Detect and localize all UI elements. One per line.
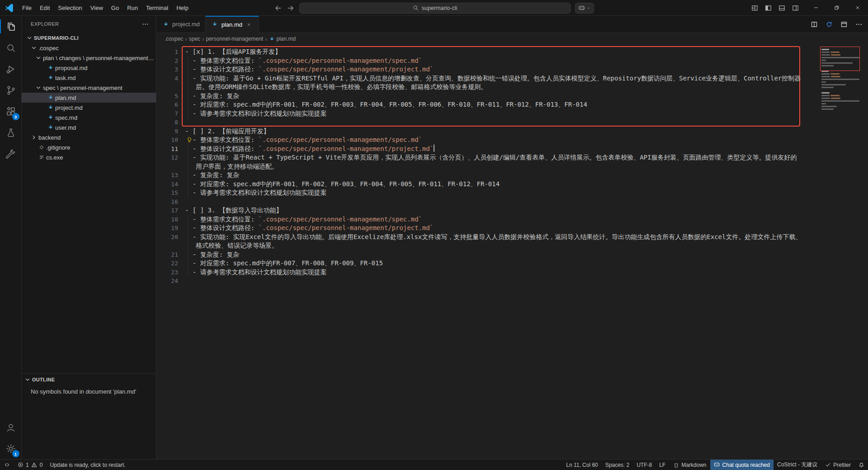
activity-explorer[interactable]: [0, 16, 22, 37]
editor-pane[interactable]: 1- [x] 1. 【后端API服务开发】2 - 整体需求文档位置: `.cos…: [156, 45, 868, 459]
menu-selection[interactable]: Selection: [54, 0, 86, 15]
editor-line-24[interactable]: 24: [156, 277, 820, 286]
menu-help[interactable]: Help: [172, 0, 193, 15]
tree-item-user-md[interactable]: user.md: [22, 122, 156, 132]
tree-item-spec-md[interactable]: spec.md: [22, 113, 156, 122]
chat-quota[interactable]: Chat quota reached: [710, 460, 774, 470]
editor-line-17[interactable]: 17- [ ] 3. 【数据导入导出功能】: [156, 206, 820, 215]
editor-line-20[interactable]: 20 - 实现功能: 实现Excel文件的导入导出功能。后端使用Excelize…: [156, 233, 820, 250]
menu-file[interactable]: File: [18, 0, 36, 15]
outline-header[interactable]: OUTLINE: [22, 374, 156, 385]
line-number: 21: [156, 250, 178, 259]
editor-line-2[interactable]: 2 - 整体需求文档位置: `.cospec/spec/personnel-ma…: [156, 56, 820, 66]
editor-line-22[interactable]: 22 - 对应需求: spec.md中的FR-007、FR-008、FR-009…: [156, 259, 820, 268]
language-mode[interactable]: { }Markdown: [669, 460, 710, 470]
tree-item-cospec[interactable]: .cospec: [22, 43, 156, 53]
history-forward-icon[interactable]: [287, 4, 295, 12]
editor-line-21[interactable]: 21 - 复杂度: 复杂: [156, 250, 820, 259]
copilot-menu-button[interactable]: [575, 3, 594, 14]
command-center-search[interactable]: supermario-cli: [299, 3, 571, 14]
code-area[interactable]: 1- [x] 1. 【后端API服务开发】2 - 整体需求文档位置: `.cos…: [156, 45, 820, 459]
scrollbar-track[interactable]: [862, 45, 868, 459]
toggle-panel-button-icon[interactable]: [776, 2, 788, 14]
notifications-bell[interactable]: [854, 460, 868, 470]
toggle-secondary-sidebar-button-icon[interactable]: [789, 2, 801, 14]
editor-line-19[interactable]: 19 - 整体设计文档路径: `.cospec/spec/personnel-m…: [156, 224, 820, 233]
activity-search[interactable]: [0, 37, 22, 58]
costrict-sync-button[interactable]: [825, 20, 834, 29]
activity-settings[interactable]: 1: [0, 438, 22, 459]
breadcrumb-item-cospec[interactable]: .cospec: [165, 36, 183, 42]
open-preview-button[interactable]: [840, 20, 849, 29]
editor-line-18[interactable]: 18 - 整体需求文档位置: `.cospec/spec/personnel-m…: [156, 215, 820, 224]
breadcrumb-item-personnel-management[interactable]: personnel-management: [206, 36, 263, 42]
activity-run-debug[interactable]: [0, 58, 22, 80]
update-notification[interactable]: Update is ready, click to restart.: [46, 460, 129, 470]
editor-line-14[interactable]: 14 - 对应需求: spec.md中的FR-001、FR-002、FR-003…: [156, 180, 820, 189]
minimap[interactable]: [820, 45, 862, 459]
encoding[interactable]: UTF-8: [633, 460, 656, 470]
split-editor-button[interactable]: [810, 20, 819, 29]
editor-line-5[interactable]: 5 - 复杂度: 复杂: [156, 92, 820, 101]
activity-accounts[interactable]: [0, 417, 22, 438]
close-tab-icon[interactable]: [245, 20, 253, 28]
cursor-position[interactable]: Ln 11, Col 60: [562, 460, 602, 470]
toggle-primary-sidebar-button-icon[interactable]: [762, 2, 774, 14]
activity-testing[interactable]: [0, 122, 22, 143]
editor-line-6[interactable]: 6 - 对应需求: spec.md中的FR-001、FR-002、FR-003、…: [156, 100, 820, 109]
editor-line-8[interactable]: 8: [156, 118, 820, 127]
indentation[interactable]: Spaces: 2: [602, 460, 633, 470]
editor-more-actions-button[interactable]: [854, 20, 863, 29]
tree-item-proposal-md[interactable]: proposal.md: [22, 63, 156, 73]
editor-line-16[interactable]: 16: [156, 197, 820, 207]
tab-plan-md[interactable]: plan.md: [206, 16, 259, 33]
activity-extensions[interactable]: 3: [0, 101, 22, 122]
costrict-status[interactable]: CoStrict - 无建议: [774, 460, 821, 470]
lightbulb-icon[interactable]: [186, 136, 193, 143]
editor-line-7[interactable]: 7 - 请参考需求文档和设计文档规划功能实现提案: [156, 109, 820, 118]
tab-project-md[interactable]: project.md: [156, 16, 206, 33]
activity-source-control[interactable]: [0, 80, 22, 101]
tree-item-plan-changes-personnel-management-ba[interactable]: plan \ changes \ personnel-management-ba…: [22, 53, 156, 63]
menu-edit[interactable]: Edit: [36, 0, 54, 15]
breadcrumb-item-spec[interactable]: spec: [189, 36, 200, 42]
editor-line-11[interactable]: 11 - 整体设计文档路径: `.cospec/spec/personnel-m…: [156, 145, 820, 154]
tree-item-label: spec \ personnel-management: [43, 85, 123, 91]
history-back-icon[interactable]: [274, 4, 282, 12]
status-bar: 10Update is ready, click to restart. Ln …: [0, 459, 868, 470]
remote-indicator[interactable]: [0, 460, 14, 470]
tree-item-project-md[interactable]: project.md: [22, 103, 156, 113]
breadcrumb-item-plan-md[interactable]: plan.md: [269, 36, 296, 42]
editor-line-9[interactable]: 9- [ ] 2. 【前端应用开发】: [156, 127, 820, 136]
tree-item-plan-md[interactable]: plan.md: [22, 93, 156, 103]
tree-item-label: task.md: [55, 75, 76, 81]
explorer-more-actions-icon[interactable]: [141, 19, 150, 28]
menu-terminal[interactable]: Terminal: [142, 0, 172, 15]
tree-item-task-md[interactable]: task.md: [22, 73, 156, 83]
tree-item-gitignore[interactable]: .gitignore: [22, 142, 156, 152]
close-button[interactable]: [847, 0, 868, 15]
tree-item-label: plan.md: [55, 94, 76, 101]
editor-line-1[interactable]: 1- [x] 1. 【后端API服务开发】: [156, 47, 820, 56]
editor-line-15[interactable]: 15 - 请参考需求文档和设计文档规划功能实现提案: [156, 188, 820, 197]
menu-go[interactable]: Go: [107, 0, 123, 15]
editor-line-4[interactable]: 4 - 实现功能: 基于Go + Gin框架开发RESTful API，实现人员…: [156, 74, 820, 92]
restore-button[interactable]: [826, 0, 847, 15]
tree-item-cs-exe[interactable]: cs.exe: [22, 152, 156, 162]
activity-tools[interactable]: [0, 143, 22, 164]
editor-line-10[interactable]: 10 - 整体需求文档位置: `.cospec/spec/personnel-m…: [156, 136, 820, 145]
tree-item-supermario-cli[interactable]: SUPERMARIO-CLI: [22, 33, 156, 43]
customize-layout-button-icon[interactable]: [749, 2, 760, 14]
tree-item-spec-personnel-management[interactable]: spec \ personnel-management: [22, 83, 156, 93]
editor-line-3[interactable]: 3 - 整体设计文档路径: `.cospec/spec/personnel-ma…: [156, 65, 820, 74]
menu-view[interactable]: View: [86, 0, 107, 15]
editor-line-23[interactable]: 23 - 请参考需求文档和设计文档规划功能实现提案: [156, 268, 820, 277]
problems-indicator[interactable]: 10: [14, 460, 46, 470]
editor-line-12[interactable]: 12 - 实现功能: 基于React + TypeScript + Vite开发…: [156, 153, 820, 171]
editor-line-13[interactable]: 13 - 复杂度: 复杂: [156, 171, 820, 180]
minimize-button[interactable]: [806, 0, 826, 15]
menu-run[interactable]: Run: [123, 0, 142, 15]
eol[interactable]: LF: [656, 460, 669, 470]
prettier-status[interactable]: Prettier: [821, 460, 854, 470]
tree-item-backend[interactable]: backend: [22, 132, 156, 142]
